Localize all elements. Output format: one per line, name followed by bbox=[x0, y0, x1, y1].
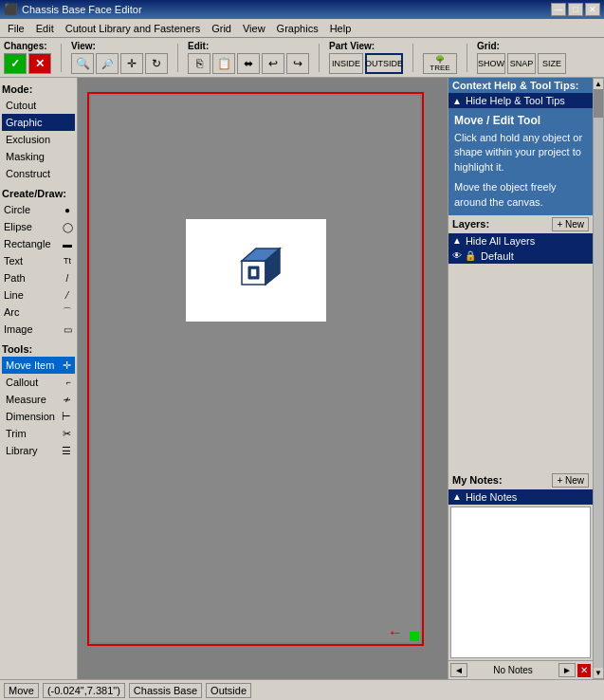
pan-button[interactable]: ✛ bbox=[120, 53, 143, 74]
menu-file[interactable]: File bbox=[2, 21, 30, 36]
tool-dimension[interactable]: Dimension ⊢ bbox=[2, 408, 75, 425]
draw-arc[interactable]: Arc ⌒ bbox=[2, 304, 75, 321]
elipse-icon: ◯ bbox=[62, 221, 73, 232]
scroll-down-button[interactable]: ▼ bbox=[594, 668, 603, 678]
draw-path[interactable]: Path / bbox=[2, 269, 75, 286]
move-icon: ✛ bbox=[63, 359, 71, 372]
sep2 bbox=[177, 44, 178, 72]
notes-prev-button[interactable]: ◄ bbox=[450, 663, 467, 677]
zoom-in-button[interactable]: 🔍 bbox=[71, 53, 94, 74]
grid-group: Grid: SHOW SNAP SIZE bbox=[477, 41, 566, 74]
paste-button[interactable]: 📋 bbox=[212, 53, 235, 74]
canvas-area[interactable]: ← bbox=[78, 78, 448, 679]
minimize-button[interactable]: — bbox=[551, 3, 566, 16]
text-icon: Tt bbox=[62, 255, 73, 267]
close-button[interactable]: ✕ bbox=[585, 3, 600, 16]
library-icon: ☰ bbox=[62, 445, 71, 457]
rectangle-icon: ▬ bbox=[62, 238, 73, 249]
mode-exclusion[interactable]: Exclusion bbox=[2, 131, 75, 148]
tree-button[interactable]: 🌳 TREE bbox=[423, 53, 457, 74]
draw-circle[interactable]: Circle ● bbox=[2, 201, 75, 218]
outside-button[interactable]: OUTSIDE bbox=[365, 53, 403, 74]
menu-help[interactable]: Help bbox=[324, 21, 357, 36]
mode-masking[interactable]: Masking bbox=[2, 148, 75, 165]
notes-delete-button[interactable]: ✕ bbox=[577, 664, 591, 677]
scroll-track[interactable] bbox=[594, 89, 603, 668]
corner-handle[interactable] bbox=[410, 632, 419, 641]
status-tool: Move bbox=[4, 683, 39, 698]
tree-label bbox=[423, 41, 457, 51]
menu-cutout-library[interactable]: Cutout Library and Fasteners bbox=[60, 21, 206, 36]
layer-default[interactable]: 👁 🔒 Default bbox=[448, 249, 593, 264]
mirror-button[interactable]: ⬌ bbox=[237, 53, 260, 74]
grid-size-button[interactable]: SIZE bbox=[538, 53, 566, 74]
tool-trim[interactable]: Trim ✂ bbox=[2, 425, 75, 442]
menu-graphics[interactable]: Graphics bbox=[271, 21, 324, 36]
menubar: File Edit Cutout Library and Fasteners G… bbox=[0, 19, 604, 38]
canvas-drawing-area[interactable] bbox=[186, 219, 326, 322]
changes-group: Changes: ✓ ✕ bbox=[4, 41, 51, 74]
callout-icon: ⌐ bbox=[66, 378, 71, 387]
changes-label: Changes: bbox=[4, 41, 51, 51]
draw-image[interactable]: Image ▭ bbox=[2, 321, 75, 338]
new-note-button[interactable]: + New bbox=[552, 473, 589, 488]
path-icon: / bbox=[62, 272, 73, 284]
hide-notes-button[interactable]: ▲ Hide Notes bbox=[448, 489, 593, 505]
draw-text[interactable]: Text Tt bbox=[2, 252, 75, 269]
maximize-button[interactable]: □ bbox=[568, 3, 583, 16]
edit-label: Edit: bbox=[188, 41, 309, 51]
inside-button[interactable]: INSIDE bbox=[329, 53, 363, 74]
mode-graphic[interactable]: Graphic bbox=[2, 114, 75, 131]
view-label: View: bbox=[71, 41, 168, 51]
hide-notes-label: Hide Notes bbox=[466, 491, 517, 503]
grid-label: Grid: bbox=[477, 41, 566, 51]
notes-collapse-icon: ▲ bbox=[452, 491, 462, 502]
mode-cutout[interactable]: Cutout bbox=[2, 97, 75, 114]
right-panel: Context Help & Tool Tips: ▲ Hide Help & … bbox=[448, 78, 604, 679]
draw-rectangle[interactable]: Rectangle ▬ bbox=[2, 235, 75, 252]
tool-callout[interactable]: Callout ⌐ bbox=[2, 374, 75, 391]
menu-view[interactable]: View bbox=[237, 21, 271, 36]
draw-line[interactable]: Line ∕ bbox=[2, 286, 75, 304]
copy-button[interactable]: ⎘ bbox=[188, 53, 210, 74]
notes-content-area[interactable] bbox=[450, 507, 591, 658]
titlebar-left: ⬛ Chassis Base Face Editor bbox=[4, 3, 142, 16]
hide-help-button[interactable]: ▲ Hide Help & Tool Tips bbox=[448, 93, 593, 108]
canvas-inner[interactable] bbox=[91, 96, 420, 642]
app-icon: ⬛ bbox=[4, 3, 18, 16]
grid-snap-button[interactable]: SNAP bbox=[507, 53, 536, 74]
undo-button[interactable]: ↩ bbox=[262, 53, 284, 74]
menu-grid[interactable]: Grid bbox=[206, 21, 237, 36]
tool-library[interactable]: Library ☰ bbox=[2, 442, 75, 459]
layer-name: Default bbox=[481, 250, 514, 262]
accept-button[interactable]: ✓ bbox=[4, 53, 27, 74]
main-area: Mode: Cutout Graphic Exclusion Masking C… bbox=[0, 78, 604, 679]
hide-all-layers-button[interactable]: ▲ Hide All Layers bbox=[448, 233, 593, 249]
status-coords: (-0.024",7.381") bbox=[43, 683, 125, 698]
dimension-icon: ⊢ bbox=[62, 411, 71, 423]
right-panel-scrollbar[interactable]: ▲ ▼ bbox=[593, 78, 604, 679]
notes-next-button[interactable]: ► bbox=[558, 663, 576, 677]
titlebar: ⬛ Chassis Base Face Editor — □ ✕ bbox=[0, 0, 604, 19]
redo-button[interactable]: ↪ bbox=[286, 53, 309, 74]
part-view-group: Part View: INSIDE OUTSIDE bbox=[329, 41, 403, 74]
help-title: Move / Edit Tool bbox=[454, 114, 587, 127]
tool-move-item[interactable]: Move Item ✛ bbox=[2, 357, 75, 374]
reject-button[interactable]: ✕ bbox=[28, 53, 51, 74]
new-layer-button[interactable]: + New bbox=[552, 217, 589, 231]
tool-measure[interactable]: Measure ≁ bbox=[2, 391, 75, 408]
grid-show-button[interactable]: SHOW bbox=[477, 53, 505, 74]
draw-elipse[interactable]: Elipse ◯ bbox=[2, 218, 75, 235]
scroll-thumb[interactable] bbox=[594, 89, 603, 118]
scroll-up-button[interactable]: ▲ bbox=[594, 79, 603, 89]
refresh-button[interactable]: ↻ bbox=[145, 53, 168, 74]
app-title: Chassis Base Face Editor bbox=[22, 4, 142, 15]
notes-section: My Notes: + New ▲ Hide Notes ◄ No Notes … bbox=[448, 471, 593, 679]
menu-edit[interactable]: Edit bbox=[30, 21, 60, 36]
help-text1: Click and hold any object or shape withi… bbox=[454, 131, 587, 175]
line-icon: ∕ bbox=[62, 289, 73, 301]
trim-icon: ✂ bbox=[63, 428, 71, 440]
image-icon: ▭ bbox=[62, 323, 73, 335]
zoom-out-button[interactable]: 🔎 bbox=[96, 53, 119, 74]
mode-construct[interactable]: Construct bbox=[2, 165, 75, 182]
